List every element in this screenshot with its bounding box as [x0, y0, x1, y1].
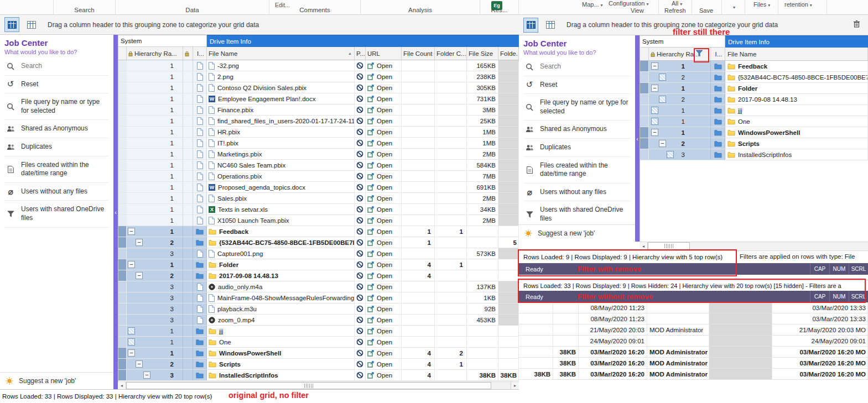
url-cell[interactable]: Open — [366, 104, 402, 115]
table-row[interactable]: 3Capture001.pngOpen573KB — [118, 248, 519, 259]
url-cell[interactable]: Open — [366, 237, 402, 248]
sidebar-item-duplicates[interactable]: Duplicates — [4, 138, 109, 156]
file-name-cell[interactable]: WindowsPowerShell — [207, 348, 355, 358]
scroll-left-arrow[interactable] — [640, 242, 648, 250]
ribbon-all-button[interactable]: All — [672, 0, 682, 7]
selection-checkbox[interactable] — [651, 107, 658, 114]
url-cell[interactable]: Open — [366, 226, 402, 237]
file-name-cell[interactable]: X1050 Launch Team.pbix — [207, 215, 355, 226]
selection-checkbox[interactable] — [667, 151, 674, 158]
table-row[interactable]: 1One — [640, 116, 868, 127]
file-name-cell[interactable]: InstalledScriptInfos — [207, 370, 355, 380]
table-row[interactable]: 1XTexts in setvar.xlsOpen34KB — [118, 204, 519, 215]
table-row[interactable]: 1find_shared_files_in_users-2020-01-17-1… — [118, 116, 519, 127]
file-name-cell[interactable]: find_shared_files_in_users-2020-01-17-17… — [207, 116, 355, 126]
table-row[interactable]: 1Operations.pbixOpen7MB — [118, 171, 519, 182]
file-name-cell[interactable]: Feedback — [725, 61, 868, 71]
file-name-cell[interactable]: Capture001.png — [207, 248, 355, 259]
ribbon-dropdown-button[interactable] — [731, 3, 735, 10]
url-cell[interactable]: Open — [366, 60, 402, 71]
file-name-cell[interactable]: NC460 Sales Team.pbix — [207, 160, 355, 170]
file-name-cell[interactable]: Scripts — [207, 359, 355, 369]
table-row[interactable]: 1NC460 Sales Team.pbixOpen584KB — [118, 160, 519, 171]
file-name-cell[interactable]: 2017-09-08 14.48.13 — [725, 94, 868, 104]
table-row[interactable]: 38KB03/Mar/2020 16:20MOD Administrator03… — [519, 358, 868, 369]
file-name-cell[interactable]: {532AB44C-BC75-4850-8BCE-1FB5DE00BE7E} — [725, 72, 868, 82]
file-name-cell[interactable]: MainFrame-048-ShowMessageRulesForwarding — [207, 292, 355, 303]
band-system[interactable]: System — [118, 35, 207, 47]
table-row[interactable]: 1Finance.pbixOpen3MB — [118, 104, 519, 116]
table-row[interactable]: 1IT!.pbixOpen1MB — [118, 138, 519, 149]
horizontal-scrollbar-right[interactable] — [640, 242, 868, 250]
hierarchy-column-header[interactable]: Hierarchy Ra... — [127, 47, 183, 60]
url-cell[interactable]: Open — [366, 292, 402, 303]
collapse-button[interactable] — [136, 239, 143, 246]
selection-checkbox[interactable] — [128, 327, 135, 334]
table-row[interactable]: 08/May/2020 11:2303/Mar/2020 13:33 — [519, 302, 868, 313]
scrollbar-thumb[interactable] — [648, 242, 690, 250]
ribbon-configuration-button[interactable]: Configuration — [609, 0, 648, 7]
selection-checkbox[interactable] — [128, 338, 135, 346]
ribbon-map-button[interactable]: Map... — [582, 1, 603, 8]
folder-size-column-header[interactable]: Folde... — [498, 47, 519, 60]
file-name-cell[interactable]: {532AB44C-BC75-4850-8BCE-1FB5DE00BE7E — [207, 237, 355, 248]
table-row[interactable]: 1Sales.pbixOpen2MB — [118, 193, 519, 204]
url-cell[interactable]: Open — [366, 215, 402, 226]
collapse-button[interactable] — [136, 360, 143, 368]
url-cell[interactable]: Open — [366, 248, 402, 259]
collapse-button[interactable] — [659, 140, 666, 147]
band-drive-item-info[interactable]: Drive Item Info — [725, 35, 868, 48]
url-cell[interactable]: Open — [366, 182, 402, 192]
item-type-column-header[interactable]: I... — [193, 47, 207, 60]
selection-checkbox[interactable] — [651, 118, 658, 125]
folder-count-column-header[interactable]: Folder C... — [435, 47, 467, 60]
file-name-cell[interactable]: Contoso Q2 Division Sales.pbix — [207, 82, 355, 93]
table-row[interactable]: 2Scripts — [640, 138, 868, 149]
item-type-column-header[interactable]: I... — [711, 48, 725, 60]
url-cell[interactable]: Open — [366, 326, 402, 336]
file-name-cell[interactable]: 2017-09-08 14.48.13 — [207, 270, 355, 281]
selection-checkbox[interactable] — [659, 74, 666, 81]
ribbon-group-Analysis[interactable]: Analysis — [361, 0, 480, 14]
sidebar-item-file-query-by-name-or-type-for-selected[interactable]: File query by name or type for selected — [4, 93, 109, 120]
excel-export-icon[interactable]: Eg — [491, 1, 502, 10]
collapse-button[interactable] — [651, 85, 658, 92]
file-name-cell[interactable]: jjj — [207, 326, 355, 336]
file-name-cell[interactable]: Marketings.pbix — [207, 149, 355, 159]
band-drive-item-info[interactable]: Drive Item Info — [207, 35, 519, 47]
file-name-cell[interactable]: IT!.pbix — [207, 138, 355, 148]
file-count-column-header[interactable]: File Count — [402, 47, 435, 60]
table-row[interactable]: 1FeedbackOpen11 — [118, 226, 519, 237]
sidebar-item-duplicates[interactable]: Duplicates — [523, 139, 631, 157]
file-size-column-header[interactable]: File Size — [467, 47, 498, 60]
ribbon-refresh-button[interactable]: Refresh — [664, 7, 686, 14]
ribbon-save-button[interactable]: Save — [699, 7, 713, 14]
file-name-cell[interactable]: Scripts — [725, 138, 868, 149]
url-cell[interactable]: Open — [366, 315, 402, 325]
file-name-cell[interactable]: 2.png — [207, 71, 355, 82]
sidebar-item-file-query-by-name-or-type-for-selected[interactable]: File query by name or type for selected — [523, 94, 631, 121]
collapse-button[interactable] — [128, 261, 135, 268]
sidebar-item-shared-as-anonymous[interactable]: Shared as Anonymous — [4, 120, 109, 138]
url-cell[interactable]: Open — [366, 71, 402, 82]
url-cell[interactable]: Open — [366, 270, 402, 281]
table-row[interactable]: 1FolderOpen41 — [118, 259, 519, 270]
sidebar-item-reset[interactable]: ↺Reset — [4, 76, 109, 94]
url-cell[interactable]: Open — [366, 370, 402, 380]
scroll-right-arrow[interactable] — [511, 382, 519, 389]
sidebar-item-files-created-within-the-date-time-range[interactable]: Files created within the date/time range — [523, 157, 631, 184]
collapse-button[interactable] — [651, 62, 658, 70]
table-row[interactable]: 38KB38KB03/Mar/2020 16:20MOD Administrat… — [519, 369, 868, 380]
ribbon-edit-label[interactable]: Edit... — [275, 2, 290, 8]
file-name-cell[interactable]: Finance.pbix — [207, 104, 355, 115]
grid-view-icon[interactable] — [543, 18, 558, 33]
url-cell[interactable]: Open — [366, 82, 402, 93]
file-name-column-header[interactable]: File Name — [725, 48, 868, 60]
file-name-cell[interactable]: Operations.pbix — [207, 171, 355, 181]
sidebar-collapse-strip-left[interactable]: ‹ — [113, 35, 118, 389]
table-row[interactable]: 08/May/2020 11:2303/Mar/2020 13:33 — [519, 313, 868, 325]
table-row[interactable]: 1Folder — [640, 83, 868, 94]
collapse-button[interactable] — [136, 272, 143, 279]
selection-checkbox[interactable] — [659, 96, 666, 103]
url-cell[interactable]: Open — [366, 171, 402, 181]
